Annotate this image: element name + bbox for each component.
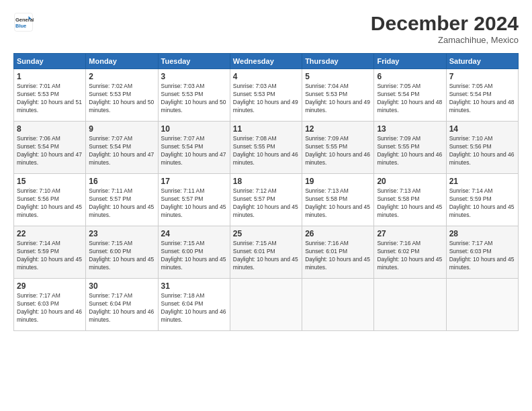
calendar-cell: 4Sunrise: 7:03 AMSunset: 5:53 PMDaylight… <box>230 69 302 122</box>
day-info: Sunrise: 7:02 AMSunset: 5:53 PMDaylight:… <box>89 83 154 115</box>
day-number: 14 <box>449 124 515 134</box>
calendar-cell: 9Sunrise: 7:07 AMSunset: 5:54 PMDaylight… <box>86 122 158 174</box>
day-number: 4 <box>233 72 299 81</box>
calendar-cell <box>230 279 302 331</box>
day-info: Sunrise: 7:09 AMSunset: 5:55 PMDaylight:… <box>305 135 371 167</box>
day-header-thursday: Thursday <box>302 54 374 69</box>
day-info: Sunrise: 7:01 AMSunset: 5:53 PMDaylight:… <box>17 83 83 115</box>
day-number: 25 <box>233 229 299 238</box>
day-number: 11 <box>233 124 299 134</box>
calendar-cell: 19Sunrise: 7:13 AMSunset: 5:58 PMDayligh… <box>302 174 374 226</box>
calendar-cell: 11Sunrise: 7:08 AMSunset: 5:55 PMDayligh… <box>230 122 302 174</box>
day-info: Sunrise: 7:13 AMSunset: 5:58 PMDaylight:… <box>305 187 371 220</box>
calendar-cell: 14Sunrise: 7:10 AMSunset: 5:56 PMDayligh… <box>446 122 518 174</box>
day-header-tuesday: Tuesday <box>158 54 230 69</box>
day-info: Sunrise: 7:14 AMSunset: 5:59 PMDaylight:… <box>17 240 83 272</box>
day-info: Sunrise: 7:10 AMSunset: 5:56 PMDaylight:… <box>17 187 83 220</box>
calendar-cell <box>446 279 518 331</box>
calendar-cell: 25Sunrise: 7:15 AMSunset: 6:01 PMDayligh… <box>230 226 302 279</box>
calendar-cell: 2Sunrise: 7:02 AMSunset: 5:53 PMDaylight… <box>86 69 158 122</box>
logo-icon: General Blue <box>13 12 34 32</box>
calendar-week-1: 1Sunrise: 7:01 AMSunset: 5:53 PMDaylight… <box>14 69 519 122</box>
day-info: Sunrise: 7:04 AMSunset: 5:53 PMDaylight:… <box>305 83 371 115</box>
calendar-cell: 7Sunrise: 7:05 AMSunset: 5:54 PMDaylight… <box>446 69 518 122</box>
day-number: 30 <box>89 281 154 291</box>
day-number: 3 <box>161 72 227 81</box>
calendar-cell: 17Sunrise: 7:11 AMSunset: 5:57 PMDayligh… <box>158 174 230 226</box>
calendar-header-row: SundayMondayTuesdayWednesdayThursdayFrid… <box>14 54 519 69</box>
calendar-cell: 18Sunrise: 7:12 AMSunset: 5:57 PMDayligh… <box>230 174 302 226</box>
calendar-cell: 31Sunrise: 7:18 AMSunset: 6:04 PMDayligh… <box>158 279 230 331</box>
location: Zamachihue, Mexico <box>371 35 519 45</box>
day-info: Sunrise: 7:09 AMSunset: 5:55 PMDaylight:… <box>377 135 443 167</box>
calendar-cell: 24Sunrise: 7:15 AMSunset: 6:00 PMDayligh… <box>158 226 230 279</box>
day-info: Sunrise: 7:16 AMSunset: 6:02 PMDaylight:… <box>377 240 443 272</box>
calendar-week-3: 15Sunrise: 7:10 AMSunset: 5:56 PMDayligh… <box>14 174 519 226</box>
svg-text:General: General <box>15 17 34 23</box>
day-number: 8 <box>17 124 83 134</box>
day-info: Sunrise: 7:05 AMSunset: 5:54 PMDaylight:… <box>449 83 515 115</box>
day-number: 2 <box>89 72 154 81</box>
day-info: Sunrise: 7:15 AMSunset: 6:00 PMDaylight:… <box>89 240 154 272</box>
day-number: 26 <box>305 229 371 238</box>
day-number: 5 <box>305 72 371 81</box>
day-info: Sunrise: 7:08 AMSunset: 5:55 PMDaylight:… <box>233 135 299 167</box>
day-info: Sunrise: 7:18 AMSunset: 6:04 PMDaylight:… <box>161 292 227 324</box>
calendar-cell: 27Sunrise: 7:16 AMSunset: 6:02 PMDayligh… <box>374 226 446 279</box>
logo: General Blue <box>13 12 34 32</box>
day-number: 13 <box>377 124 443 134</box>
day-number: 9 <box>89 124 154 134</box>
day-number: 1 <box>17 72 83 81</box>
day-number: 29 <box>17 281 83 291</box>
title-block: December 2024 Zamachihue, Mexico <box>371 12 519 45</box>
day-number: 22 <box>17 229 83 238</box>
day-number: 21 <box>449 177 515 186</box>
calendar-cell: 15Sunrise: 7:10 AMSunset: 5:56 PMDayligh… <box>14 174 86 226</box>
day-info: Sunrise: 7:14 AMSunset: 5:59 PMDaylight:… <box>449 187 515 220</box>
calendar-table: SundayMondayTuesdayWednesdayThursdayFrid… <box>13 53 519 331</box>
calendar-cell: 12Sunrise: 7:09 AMSunset: 5:55 PMDayligh… <box>302 122 374 174</box>
day-number: 17 <box>161 177 227 186</box>
day-number: 24 <box>161 229 227 238</box>
calendar-cell: 10Sunrise: 7:07 AMSunset: 5:54 PMDayligh… <box>158 122 230 174</box>
header: General Blue December 2024 Zamachihue, M… <box>13 12 519 45</box>
day-number: 12 <box>305 124 371 134</box>
day-info: Sunrise: 7:06 AMSunset: 5:54 PMDaylight:… <box>17 135 83 167</box>
day-header-friday: Friday <box>374 54 446 69</box>
day-number: 18 <box>233 177 299 186</box>
calendar-week-2: 8Sunrise: 7:06 AMSunset: 5:54 PMDaylight… <box>14 122 519 174</box>
calendar-cell <box>302 279 374 331</box>
day-number: 10 <box>161 124 227 134</box>
day-info: Sunrise: 7:10 AMSunset: 5:56 PMDaylight:… <box>449 135 515 167</box>
day-info: Sunrise: 7:16 AMSunset: 6:01 PMDaylight:… <box>305 240 371 272</box>
page: General Blue December 2024 Zamachihue, M… <box>0 0 532 338</box>
day-number: 6 <box>377 72 443 81</box>
calendar-cell: 22Sunrise: 7:14 AMSunset: 5:59 PMDayligh… <box>14 226 86 279</box>
calendar-cell: 1Sunrise: 7:01 AMSunset: 5:53 PMDaylight… <box>14 69 86 122</box>
calendar-cell: 29Sunrise: 7:17 AMSunset: 6:03 PMDayligh… <box>14 279 86 331</box>
day-info: Sunrise: 7:11 AMSunset: 5:57 PMDaylight:… <box>89 187 154 220</box>
day-header-wednesday: Wednesday <box>230 54 302 69</box>
day-number: 20 <box>377 177 443 186</box>
day-number: 15 <box>17 177 83 186</box>
calendar-cell <box>374 279 446 331</box>
day-number: 27 <box>377 229 443 238</box>
calendar-cell: 30Sunrise: 7:17 AMSunset: 6:04 PMDayligh… <box>86 279 158 331</box>
day-info: Sunrise: 7:17 AMSunset: 6:03 PMDaylight:… <box>449 240 515 272</box>
calendar-week-5: 29Sunrise: 7:17 AMSunset: 6:03 PMDayligh… <box>14 279 519 331</box>
calendar-cell: 28Sunrise: 7:17 AMSunset: 6:03 PMDayligh… <box>446 226 518 279</box>
calendar-cell: 20Sunrise: 7:13 AMSunset: 5:58 PMDayligh… <box>374 174 446 226</box>
day-header-monday: Monday <box>86 54 158 69</box>
calendar-cell: 16Sunrise: 7:11 AMSunset: 5:57 PMDayligh… <box>86 174 158 226</box>
day-info: Sunrise: 7:03 AMSunset: 5:53 PMDaylight:… <box>233 83 299 115</box>
day-info: Sunrise: 7:03 AMSunset: 5:53 PMDaylight:… <box>161 83 227 115</box>
day-number: 28 <box>449 229 515 238</box>
day-info: Sunrise: 7:17 AMSunset: 6:03 PMDaylight:… <box>17 292 83 324</box>
day-info: Sunrise: 7:13 AMSunset: 5:58 PMDaylight:… <box>377 187 443 220</box>
calendar-week-4: 22Sunrise: 7:14 AMSunset: 5:59 PMDayligh… <box>14 226 519 279</box>
calendar-cell: 21Sunrise: 7:14 AMSunset: 5:59 PMDayligh… <box>446 174 518 226</box>
day-number: 31 <box>161 281 227 291</box>
calendar-cell: 23Sunrise: 7:15 AMSunset: 6:00 PMDayligh… <box>86 226 158 279</box>
day-number: 7 <box>449 72 515 81</box>
day-info: Sunrise: 7:12 AMSunset: 5:57 PMDaylight:… <box>233 187 299 220</box>
